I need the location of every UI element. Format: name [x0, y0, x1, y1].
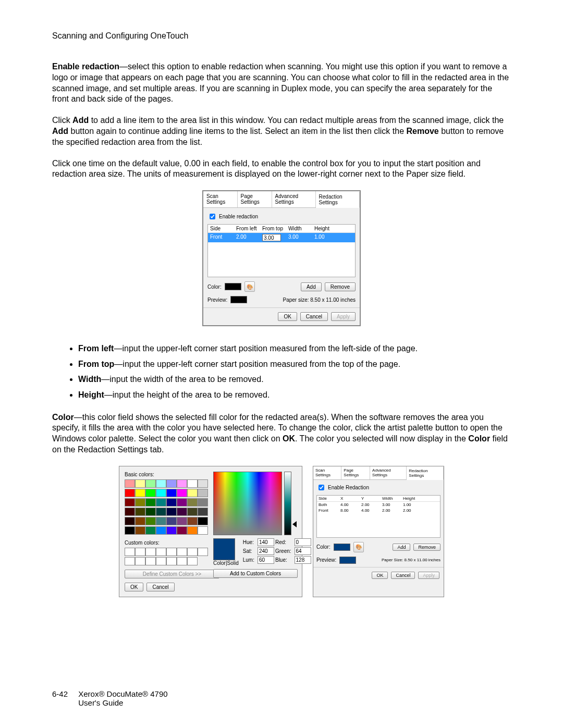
add-button[interactable]: Add [301, 282, 322, 291]
basic-color-swatch[interactable] [187, 479, 198, 488]
basic-color-swatch[interactable] [198, 489, 208, 497]
basic-color-swatch[interactable] [125, 479, 135, 488]
tab-page-settings[interactable]: Page Settings [238, 191, 272, 207]
basic-color-swatch[interactable] [135, 526, 145, 535]
basic-color-swatch[interactable] [198, 508, 208, 516]
basic-color-swatch[interactable] [166, 508, 177, 516]
basic-color-swatch[interactable] [145, 508, 156, 516]
enable-redaction-checkbox-row[interactable]: Enable redaction [207, 212, 356, 221]
tab-redaction-settings[interactable]: Redaction Settings [407, 467, 444, 480]
custom-color-swatch[interactable] [125, 548, 135, 556]
basic-color-swatch[interactable] [125, 517, 135, 525]
basic-color-swatch[interactable] [145, 479, 156, 488]
basic-color-swatch[interactable] [156, 479, 166, 488]
custom-color-swatch[interactable] [145, 557, 156, 565]
enable-redaction-checkbox[interactable] [319, 485, 324, 490]
basic-color-swatch[interactable] [198, 479, 208, 488]
basic-color-swatch[interactable] [187, 489, 198, 497]
basic-color-swatch[interactable] [177, 479, 187, 488]
basic-color-swatch[interactable] [145, 489, 156, 497]
basic-color-swatch[interactable] [166, 489, 177, 497]
custom-color-swatch[interactable] [145, 548, 156, 556]
color-cancel-button[interactable]: Cancel [146, 583, 174, 591]
basic-color-swatch[interactable] [166, 498, 177, 507]
color-ok-button[interactable]: OK [125, 583, 143, 591]
enable-redaction-checkbox[interactable] [210, 214, 215, 219]
remove-button[interactable]: Remove [413, 544, 440, 551]
basic-color-swatch[interactable] [156, 526, 166, 535]
basic-color-swatch[interactable] [135, 489, 145, 497]
custom-color-swatch[interactable] [177, 548, 187, 556]
basic-color-swatch[interactable] [198, 498, 208, 507]
tab-advanced-settings[interactable]: Advanced Settings [272, 191, 316, 207]
basic-color-swatch[interactable] [156, 508, 166, 516]
custom-color-swatch[interactable] [166, 557, 177, 565]
add-button[interactable]: Add [393, 544, 410, 551]
custom-color-swatch[interactable] [125, 557, 135, 565]
tab-advanced-settings[interactable]: Advanced Settings [370, 466, 407, 479]
custom-color-swatch[interactable] [198, 548, 208, 556]
tab-scan-settings[interactable]: Scan Settings [203, 191, 238, 207]
color-gradient-area[interactable] [213, 472, 282, 535]
basic-color-swatch[interactable] [198, 526, 208, 535]
basic-color-swatch[interactable] [177, 489, 187, 497]
palette-button[interactable]: 🎨 [353, 542, 364, 552]
lum-input[interactable] [258, 556, 274, 564]
custom-color-swatch[interactable] [187, 557, 198, 565]
basic-color-swatch[interactable] [177, 517, 187, 525]
basic-color-swatch[interactable] [187, 498, 198, 507]
basic-color-swatch[interactable] [145, 498, 156, 507]
custom-color-swatch[interactable] [187, 548, 198, 556]
basic-color-swatch[interactable] [145, 517, 156, 525]
remove-button[interactable]: Remove [325, 282, 356, 291]
basic-color-swatch[interactable] [198, 517, 208, 525]
cancel-button[interactable]: Cancel [391, 572, 415, 579]
basic-color-swatch[interactable] [145, 526, 156, 535]
ok-button[interactable]: OK [278, 312, 297, 321]
apply-button[interactable]: Apply [331, 312, 356, 321]
blue-input[interactable] [295, 556, 311, 564]
hue-input[interactable] [258, 538, 274, 546]
basic-color-swatch[interactable] [177, 498, 187, 507]
table-row[interactable]: Front 8.00 4.00 2.00 2.00 [317, 508, 440, 513]
custom-color-swatch[interactable] [156, 548, 166, 556]
tab-page-settings[interactable]: Page Settings [341, 466, 370, 479]
cancel-button[interactable]: Cancel [300, 312, 328, 321]
basic-color-swatch[interactable] [177, 508, 187, 516]
basic-color-grid[interactable] [125, 479, 208, 535]
basic-color-swatch[interactable] [156, 489, 166, 497]
custom-color-swatch[interactable] [156, 557, 166, 565]
basic-color-swatch[interactable] [125, 498, 135, 507]
basic-color-swatch[interactable] [187, 517, 198, 525]
basic-color-swatch[interactable] [156, 498, 166, 507]
sat-input[interactable] [258, 547, 274, 555]
basic-color-swatch[interactable] [135, 479, 145, 488]
red-input[interactable] [295, 538, 311, 546]
table-row[interactable]: Both 4.00 2.00 3.00 1.00 [317, 502, 440, 508]
luminance-arrow-icon[interactable] [292, 521, 297, 527]
add-to-custom-colors-button[interactable]: Add to Custom Colors [213, 569, 298, 578]
basic-color-swatch[interactable] [135, 517, 145, 525]
define-custom-colors-button[interactable]: Define Custom Colors >> [125, 570, 219, 578]
green-input[interactable] [295, 547, 311, 555]
from-top-input[interactable] [262, 234, 281, 241]
ok-button[interactable]: OK [372, 572, 388, 579]
basic-color-swatch[interactable] [166, 479, 177, 488]
tab-scan-settings[interactable]: Scan Settings [313, 466, 341, 479]
basic-color-swatch[interactable] [177, 526, 187, 535]
cell-from-top[interactable] [262, 234, 288, 241]
basic-color-swatch[interactable] [166, 517, 177, 525]
basic-color-swatch[interactable] [125, 489, 135, 497]
table-row[interactable]: Front 2.00 3.00 1.00 [208, 233, 355, 242]
basic-color-swatch[interactable] [166, 526, 177, 535]
basic-color-swatch[interactable] [135, 508, 145, 516]
basic-color-swatch[interactable] [135, 498, 145, 507]
basic-color-swatch[interactable] [125, 526, 135, 535]
redaction-area-table[interactable]: Side From left From top Width Height Fro… [207, 224, 356, 277]
redaction-area-table[interactable]: Side X Y Width Height Both 4.00 2.00 3.0… [316, 495, 440, 538]
custom-color-swatch[interactable] [177, 557, 187, 565]
basic-color-swatch[interactable] [187, 526, 198, 535]
custom-color-swatch[interactable] [166, 548, 177, 556]
apply-button[interactable]: Apply [418, 572, 439, 579]
luminance-bar[interactable] [284, 472, 291, 535]
